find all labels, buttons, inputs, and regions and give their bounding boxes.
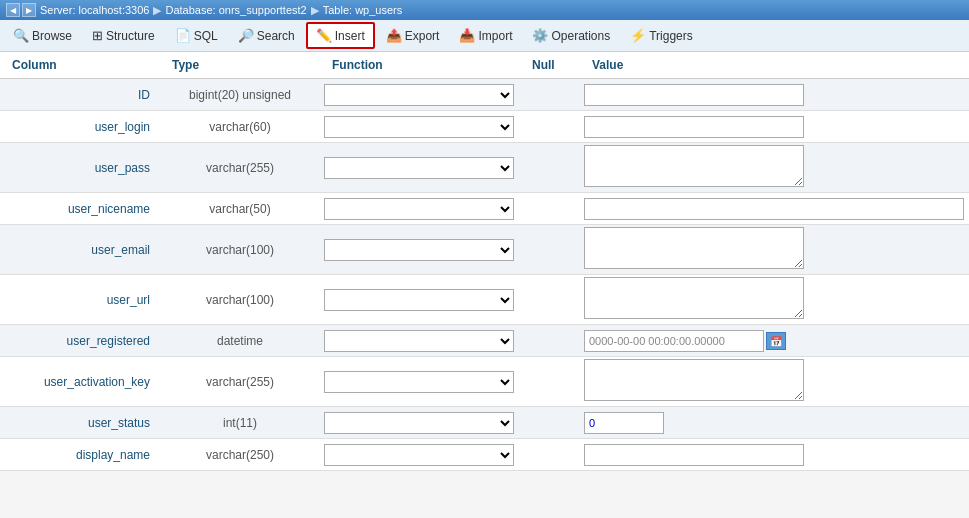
table-row: display_namevarchar(250) (0, 439, 969, 471)
col-value-id (580, 82, 969, 108)
col-null-user_url (520, 298, 580, 302)
col-value-user_email (580, 225, 969, 274)
func-select-user_activation_key[interactable] (324, 371, 514, 393)
col-type-display_name: varchar(250) (160, 444, 320, 466)
value-input-user_status[interactable] (584, 412, 664, 434)
col-null-user_pass (520, 166, 580, 170)
table-label: Table: wp_users (323, 4, 403, 16)
col-func-user_nicename (320, 196, 520, 222)
toolbar-btn-triggers[interactable]: ⚡Triggers (621, 23, 702, 48)
value-input-user_activation_key[interactable] (584, 359, 804, 401)
col-null-user_status (520, 421, 580, 425)
col-type-user_url: varchar(100) (160, 289, 320, 311)
col-name-user_status: user_status (0, 412, 160, 434)
toolbar-btn-search[interactable]: 🔎Search (229, 23, 304, 48)
col-value-user_url (580, 275, 969, 324)
table-row: user_loginvarchar(60) (0, 111, 969, 143)
col-name-display_name: display_name (0, 444, 160, 466)
value-input-user_registered[interactable] (584, 330, 764, 352)
col-type-id: bigint(20) unsigned (160, 84, 320, 106)
col-null-user_email (520, 248, 580, 252)
col-type-user_activation_key: varchar(255) (160, 371, 320, 393)
import-icon: 📥 (459, 28, 475, 43)
database-label: Database: onrs_supporttest2 (165, 4, 306, 16)
col-name-user_login: user_login (0, 116, 160, 138)
col-null-user_nicename (520, 207, 580, 211)
col-type-user_login: varchar(60) (160, 116, 320, 138)
col-null-user_login (520, 125, 580, 129)
nav-back[interactable]: ◀ (6, 3, 20, 17)
value-input-user_url[interactable] (584, 277, 804, 319)
func-select-user_nicename[interactable] (324, 198, 514, 220)
table-row: user_statusint(11) (0, 407, 969, 439)
col-null-id (520, 93, 580, 97)
col-name-user_nicename: user_nicename (0, 198, 160, 220)
col-type-user_pass: varchar(255) (160, 157, 320, 179)
operations-icon: ⚙️ (532, 28, 548, 43)
col-value-display_name (580, 442, 969, 468)
func-select-user_url[interactable] (324, 289, 514, 311)
col-name-user_url: user_url (0, 289, 160, 311)
func-select-user_email[interactable] (324, 239, 514, 261)
col-func-id (320, 82, 520, 108)
col-header-value: Value (588, 56, 961, 74)
triggers-icon: ⚡ (630, 28, 646, 43)
col-value-user_status (580, 410, 969, 436)
toolbar-btn-operations[interactable]: ⚙️Operations (523, 23, 619, 48)
table-row: user_urlvarchar(100) (0, 275, 969, 325)
func-select-user_pass[interactable] (324, 157, 514, 179)
sql-icon: 📄 (175, 28, 191, 43)
toolbar-btn-export[interactable]: 📤Export (377, 23, 449, 48)
col-value-user_login (580, 114, 969, 140)
toolbar-btn-structure[interactable]: ⊞Structure (83, 23, 164, 48)
func-select-user_registered[interactable] (324, 330, 514, 352)
table-row: user_passvarchar(255) (0, 143, 969, 193)
calendar-icon[interactable]: 📅 (766, 332, 786, 350)
table-row: user_nicenamevarchar(50) (0, 193, 969, 225)
col-header-column: Column (8, 56, 168, 74)
title-bar: ◀ ▶ Server: localhost:3306 ▶ Database: o… (0, 0, 969, 20)
func-select-display_name[interactable] (324, 444, 514, 466)
col-name-user_registered: user_registered (0, 330, 160, 352)
col-name-user_pass: user_pass (0, 157, 160, 179)
data-table: IDbigint(20) unsigneduser_loginvarchar(6… (0, 79, 969, 471)
col-header-null: Null (528, 56, 588, 74)
func-select-id[interactable] (324, 84, 514, 106)
col-value-user_nicename (580, 196, 969, 222)
col-type-user_status: int(11) (160, 412, 320, 434)
value-input-user_pass[interactable] (584, 145, 804, 187)
col-value-user_activation_key (580, 357, 969, 406)
value-input-user_email[interactable] (584, 227, 804, 269)
col-name-user_activation_key: user_activation_key (0, 371, 160, 393)
col-type-user_email: varchar(100) (160, 239, 320, 261)
col-func-user_email (320, 237, 520, 263)
func-select-user_status[interactable] (324, 412, 514, 434)
col-func-user_pass (320, 155, 520, 181)
col-type-user_registered: datetime (160, 330, 320, 352)
server-label: Server: localhost:3306 (40, 4, 149, 16)
col-header-type: Type (168, 56, 328, 74)
toolbar-btn-browse[interactable]: 🔍Browse (4, 23, 81, 48)
value-input-display_name[interactable] (584, 444, 804, 466)
func-select-user_login[interactable] (324, 116, 514, 138)
search-icon: 🔎 (238, 28, 254, 43)
value-input-user_login[interactable] (584, 116, 804, 138)
col-null-user_registered (520, 339, 580, 343)
col-func-user_registered (320, 328, 520, 354)
table-row: user_emailvarchar(100) (0, 225, 969, 275)
table-row: user_registereddatetime📅 (0, 325, 969, 357)
toolbar-btn-sql[interactable]: 📄SQL (166, 23, 227, 48)
col-name-user_email: user_email (0, 239, 160, 261)
toolbar-btn-insert[interactable]: ✏️Insert (306, 22, 375, 49)
col-name-id: ID (0, 84, 160, 106)
toolbar-btn-import[interactable]: 📥Import (450, 23, 521, 48)
insert-icon: ✏️ (316, 28, 332, 43)
col-func-user_login (320, 114, 520, 140)
table-header: Column Type Function Null Value (0, 52, 969, 79)
nav-forward[interactable]: ▶ (22, 3, 36, 17)
table-row: IDbigint(20) unsigned (0, 79, 969, 111)
col-value-user_pass (580, 143, 969, 192)
value-input-id[interactable] (584, 84, 804, 106)
value-input-user_nicename[interactable] (584, 198, 964, 220)
col-value-user_registered: 📅 (580, 328, 969, 354)
